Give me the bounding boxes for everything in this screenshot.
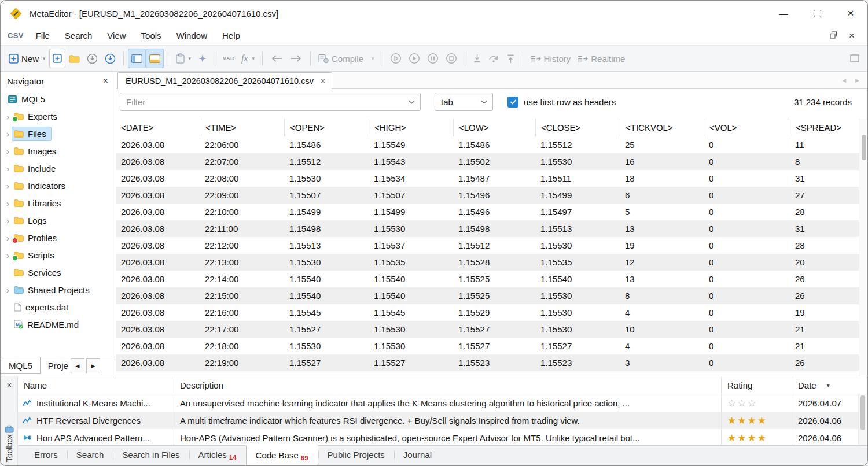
nav-item-libraries[interactable]: ›Libraries: [1, 194, 115, 212]
history-button[interactable]: History: [527, 49, 575, 68]
csv-row[interactable]: 2026.03.0822:15:001.155401.155401.155251…: [116, 287, 859, 304]
menu-file[interactable]: File: [28, 28, 57, 43]
pause-button[interactable]: [424, 49, 442, 68]
step-over-button[interactable]: [485, 49, 503, 68]
menu-tools[interactable]: Tools: [134, 28, 169, 43]
expand-chevron-icon[interactable]: ›: [3, 285, 12, 295]
codebase-scrollbar[interactable]: [858, 394, 867, 445]
star-icon[interactable]: ☆: [737, 397, 747, 409]
csv-row[interactable]: 2026.03.0822:07:001.155121.155431.155021…: [116, 153, 859, 170]
star-icon[interactable]: ☆: [748, 397, 757, 409]
expand-chevron-icon[interactable]: ›: [3, 112, 12, 121]
star-icon[interactable]: ★: [737, 432, 747, 444]
csv-row[interactable]: 2026.03.0822:14:001.155401.155401.155251…: [116, 271, 859, 287]
csv-row[interactable]: 2026.03.0822:18:001.155301.155301.155271…: [116, 338, 859, 354]
column-header-description[interactable]: Description: [174, 376, 722, 394]
scrollbar-thumb[interactable]: [860, 395, 865, 430]
star-icon[interactable]: ★: [737, 415, 747, 427]
nav-item-readme-md[interactable]: MREADME.md: [1, 316, 115, 333]
navigator-close-icon[interactable]: ×: [103, 76, 108, 86]
nav-item-logs[interactable]: ›Logs: [1, 212, 115, 229]
column-header[interactable]: <LOW>: [453, 119, 535, 136]
tabs-scroll-right-icon[interactable]: ▶: [855, 77, 859, 83]
tab-scroll-left-button[interactable]: ◀: [71, 358, 84, 373]
navigate-forward-button[interactable]: [286, 49, 306, 68]
toolbox-tab-journal[interactable]: Journal: [394, 446, 441, 464]
sort-arrow-icon[interactable]: ▾: [827, 382, 830, 389]
star-icon[interactable]: ★: [757, 432, 767, 444]
codebase-row[interactable]: Institutional K-Means Machi...An unsuper…: [18, 394, 867, 412]
download-history-button[interactable]: [83, 49, 101, 68]
csv-row[interactable]: 2026.03.0822:10:001.154991.154991.154961…: [116, 204, 859, 220]
star-icon[interactable]: ★: [757, 415, 767, 427]
toolbox-tab-search-in-files[interactable]: Search in Files: [113, 446, 189, 464]
expand-chevron-icon[interactable]: ›: [3, 164, 12, 173]
nav-item-mql5[interactable]: MQL5: [1, 90, 115, 108]
maximize-button[interactable]: [800, 1, 834, 26]
function-button[interactable]: fx ▾: [238, 49, 258, 68]
toolbox-tab-search[interactable]: Search: [67, 446, 113, 464]
vertical-scrollbar[interactable]: [859, 119, 868, 376]
csv-row[interactable]: 2026.03.0822:06:001.154861.155491.154861…: [116, 136, 859, 153]
nav-item-images[interactable]: ›Images: [1, 142, 115, 160]
tab-close-icon[interactable]: ×: [321, 76, 325, 86]
csv-row[interactable]: 2026.03.0822:11:001.154981.155301.154981…: [116, 220, 859, 237]
open-file-button[interactable]: [65, 49, 83, 68]
window-layout-button[interactable]: [847, 49, 863, 68]
nav-item-profiles[interactable]: ›Profiles: [1, 229, 115, 246]
expand-chevron-icon[interactable]: ›: [3, 129, 12, 139]
menu-search[interactable]: Search: [57, 28, 100, 43]
delimiter-combobox[interactable]: tab: [435, 93, 493, 111]
start-profiler-button[interactable]: [405, 49, 424, 68]
tabs-scroll-left-icon[interactable]: ◀: [842, 77, 846, 83]
column-header-rating[interactable]: Rating: [722, 376, 792, 394]
column-header[interactable]: <TICKVOL>: [620, 119, 704, 136]
toolbox-tab-articles[interactable]: Articles14: [189, 446, 246, 464]
column-header[interactable]: <VOL>: [704, 119, 790, 136]
new-document-button[interactable]: [49, 49, 65, 68]
expand-chevron-icon[interactable]: ›: [3, 216, 12, 225]
csv-row[interactable]: 2026.03.0822:13:001.155301.155351.155281…: [116, 254, 859, 271]
download-mql5-button[interactable]: [101, 49, 119, 68]
minimize-button[interactable]: —: [767, 1, 800, 26]
nav-item-services[interactable]: Services: [1, 264, 115, 281]
restore-document-icon[interactable]: [830, 31, 837, 41]
navigator-tab-proje[interactable]: Proje: [41, 357, 69, 373]
menu-view[interactable]: View: [100, 28, 133, 43]
column-header[interactable]: <HIGH>: [369, 119, 453, 136]
csv-row[interactable]: 2026.03.0822:08:001.155301.155341.154871…: [116, 170, 859, 187]
star-icon[interactable]: ★: [727, 432, 737, 444]
nav-item-indicators[interactable]: ›Indicators: [1, 177, 115, 194]
star-icon[interactable]: ★: [748, 415, 757, 427]
paste-button[interactable]: ▾: [172, 49, 195, 68]
csv-row[interactable]: 2026.03.0822:16:001.155451.155451.155291…: [116, 304, 859, 321]
nav-item-experts[interactable]: ›Experts: [1, 108, 115, 125]
toolbox-tab-errors[interactable]: Errors: [25, 446, 67, 464]
codebase-row[interactable]: HTF Reversal DivergencesA multi timefram…: [18, 412, 867, 429]
column-header[interactable]: <TIME>: [200, 119, 284, 136]
toolbox-close-icon[interactable]: ×: [1, 380, 18, 390]
styler-button[interactable]: [194, 49, 211, 68]
stop-button[interactable]: [442, 49, 461, 68]
nav-item-scripts[interactable]: ›Scripts: [1, 246, 115, 264]
nav-item-include[interactable]: ›Include: [1, 160, 115, 177]
nav-item-files[interactable]: ›Files: [1, 125, 115, 142]
navigate-back-button[interactable]: [267, 49, 286, 68]
star-icon[interactable]: ★: [748, 432, 757, 444]
menu-help[interactable]: Help: [215, 28, 248, 43]
realtime-button[interactable]: Realtime: [574, 49, 628, 68]
first-row-headers-option[interactable]: use first row as headers: [507, 97, 616, 108]
step-out-button[interactable]: [503, 49, 518, 68]
new-button[interactable]: New ▾: [5, 49, 49, 68]
csv-row[interactable]: 2026.03.0822:17:001.155271.155301.155271…: [116, 321, 859, 338]
nav-item-experts-dat[interactable]: experts.dat: [1, 298, 115, 316]
toggle-toolbox-button[interactable]: [146, 49, 164, 68]
toggle-navigator-button[interactable]: [128, 49, 146, 68]
toolbox-tab-public-projects[interactable]: Public Projects: [318, 446, 394, 464]
chevron-down-icon[interactable]: [403, 100, 420, 104]
compile-button[interactable]: Compile: [315, 49, 367, 68]
expand-chevron-icon[interactable]: ›: [3, 198, 12, 208]
expand-chevron-icon[interactable]: ›: [3, 146, 12, 156]
step-into-button[interactable]: [469, 49, 485, 68]
column-header[interactable]: <DATE>: [116, 119, 200, 136]
